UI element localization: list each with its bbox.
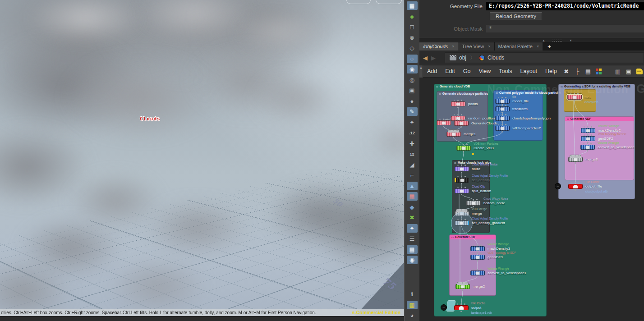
node-connectors <box>587 143 588 144</box>
menu-view[interactable]: View <box>474 68 495 74</box>
handle-dot-icon[interactable]: ● <box>407 97 418 105</box>
node-name-label: output_file <box>585 184 602 188</box>
node-body[interactable] <box>455 220 469 225</box>
tree-view-icon[interactable]: ├ <box>572 67 582 76</box>
object-label-clouds[interactable]: Clouds <box>140 116 161 122</box>
node-body[interactable] <box>568 184 583 189</box>
node-body[interactable] <box>446 132 461 137</box>
xray-icon[interactable]: ▦ <box>407 192 418 201</box>
network-box-convert-polygon-model-to-cloud-particles[interactable]: Convert polygon model to cloud particles <box>493 90 543 141</box>
point-markers-icon[interactable]: ✚ <box>407 139 418 148</box>
node-body[interactable] <box>470 255 485 260</box>
prim-numbers-icon[interactable]: 12 <box>407 150 418 158</box>
node-body[interactable] <box>455 178 469 183</box>
dotted-grid-icon[interactable]: ▥ <box>613 67 623 76</box>
uv-overlap-icon[interactable]: ✖ <box>407 213 418 222</box>
visibility-icon[interactable]: ◕ <box>407 311 418 320</box>
location-marker-icon[interactable]: ◉ <box>407 256 418 264</box>
normal-lights-icon[interactable]: ○ <box>407 55 418 63</box>
color-palette-icon[interactable] <box>594 67 604 76</box>
visibility-icon-glyph: ◕ <box>410 312 414 319</box>
normals-icon[interactable]: ◢ <box>407 160 418 169</box>
network-editor[interactable]: Generate cloud VDBGenerate cloudscape pa… <box>419 78 644 321</box>
material-shading-icon[interactable]: ◉ <box>407 65 418 73</box>
geometry-file-label: Geometry File <box>419 4 486 9</box>
menu-help[interactable]: Help <box>541 68 561 74</box>
node-body[interactable] <box>495 116 510 121</box>
quad-view-icon[interactable]: ▦ <box>407 301 418 309</box>
menu-go[interactable]: Go <box>459 68 475 74</box>
node-body[interactable] <box>581 128 595 133</box>
tab-close-icon[interactable]: × <box>452 44 454 49</box>
multi-view-icon[interactable]: ◆ <box>407 203 418 211</box>
point-numbers-icon[interactable]: .12 <box>407 128 418 137</box>
show-handles-icon[interactable]: ✎ <box>407 107 418 116</box>
breadcrumb-clouds[interactable]: Clouds <box>488 55 504 61</box>
tools-crossed-icon[interactable]: ✖ <box>561 67 571 76</box>
menubar-collapse-handle[interactable]: ▲ <box>419 65 423 78</box>
node-name-label: bottom_noise <box>483 201 505 205</box>
menu-edit[interactable]: Edit <box>441 68 459 74</box>
node-body[interactable] <box>454 121 469 126</box>
breadcrumb-obj[interactable]: obj <box>459 55 466 61</box>
node-body[interactable] <box>495 126 510 131</box>
node-type-label: Volume Wrangle <box>488 267 509 270</box>
node-body[interactable] <box>451 116 465 121</box>
nav-forward-icon[interactable]: ▶ <box>431 55 436 61</box>
nav-back-icon[interactable]: ◀ <box>423 55 428 61</box>
tab-material-palette[interactable]: Material Palette× <box>495 42 543 50</box>
node-body[interactable] <box>454 305 469 310</box>
node-body[interactable] <box>568 157 583 162</box>
background-image-icon[interactable]: ▤ <box>407 245 418 254</box>
menu-tools[interactable]: Tools <box>495 68 516 74</box>
tab--obj-clouds[interactable]: /obj/Clouds× <box>419 42 458 50</box>
no-lights-icon[interactable]: ⊗ <box>407 33 418 42</box>
new-tab-button[interactable]: + <box>543 42 556 50</box>
pin-handle-icon[interactable]: ✦ <box>407 118 418 127</box>
node-body[interactable] <box>495 99 510 104</box>
shaded-mode-icon[interactable]: ▲ <box>407 182 418 190</box>
bypass-badge-icon[interactable]: – <box>441 304 447 311</box>
info-icon[interactable]: ℹ <box>407 290 418 298</box>
node-body[interactable] <box>455 284 470 289</box>
reload-geometry-button[interactable]: Reload Geometry <box>490 12 542 20</box>
node-body[interactable] <box>455 188 469 193</box>
node-body[interactable] <box>580 145 595 150</box>
sticky-note-icon[interactable] <box>635 67 644 76</box>
gnomon-icon[interactable]: ✦ <box>407 224 418 233</box>
menu-add[interactable]: Add <box>423 68 441 74</box>
tab-tree-view[interactable]: Tree View× <box>458 42 494 50</box>
headlight-icon[interactable]: ◇ <box>407 44 418 52</box>
tab-close-icon[interactable]: × <box>537 44 539 49</box>
view-layout-icon[interactable]: ▦ <box>407 1 418 10</box>
node-body[interactable] <box>455 166 469 171</box>
scene-viewport[interactable]: Clouds 50 75 ollies. Ctrl+Alt+Left box-z… <box>0 0 404 321</box>
scroll-grip[interactable] <box>552 39 562 42</box>
viewport-camera-icon[interactable]: ▣ <box>407 86 418 95</box>
node-body[interactable] <box>581 136 595 141</box>
node-body[interactable] <box>437 120 451 125</box>
viewport-top-button-2[interactable] <box>376 0 402 4</box>
node-body[interactable] <box>466 201 481 206</box>
node-body[interactable] <box>495 106 510 111</box>
hidden-line-icon[interactable]: ◎ <box>407 76 418 84</box>
bypass-badge-icon[interactable]: – <box>555 183 561 189</box>
snap-icon[interactable]: ◈ <box>407 12 418 21</box>
node-body[interactable] <box>470 271 485 275</box>
node-body[interactable] <box>451 101 465 106</box>
scroll-up-icon[interactable]: ▲ <box>542 39 545 42</box>
menu-layout[interactable]: Layout <box>516 68 542 74</box>
node-body[interactable] <box>470 246 485 251</box>
tab-close-icon[interactable]: × <box>488 44 490 49</box>
window-layout-icon[interactable]: ▣ <box>624 67 634 76</box>
parameter-scrollbar[interactable]: ▲ ▼ <box>419 38 644 42</box>
profile-curves-icon[interactable]: ⌐ <box>407 171 418 179</box>
node-body[interactable] <box>456 146 471 151</box>
list-view-icon[interactable]: ▤ <box>583 67 593 76</box>
scroll-down-icon[interactable]: ▼ <box>569 39 572 42</box>
viewport-top-button-1[interactable] <box>346 0 371 4</box>
geometry-file-input[interactable]: E:/repos/2526-Y2B-PR-240281/code/Volumet… <box>486 2 644 10</box>
group-list-icon[interactable]: ☰ <box>407 234 418 243</box>
lock-icon[interactable]: ◻ <box>407 23 418 31</box>
object-mask-input[interactable]: * <box>486 25 644 32</box>
